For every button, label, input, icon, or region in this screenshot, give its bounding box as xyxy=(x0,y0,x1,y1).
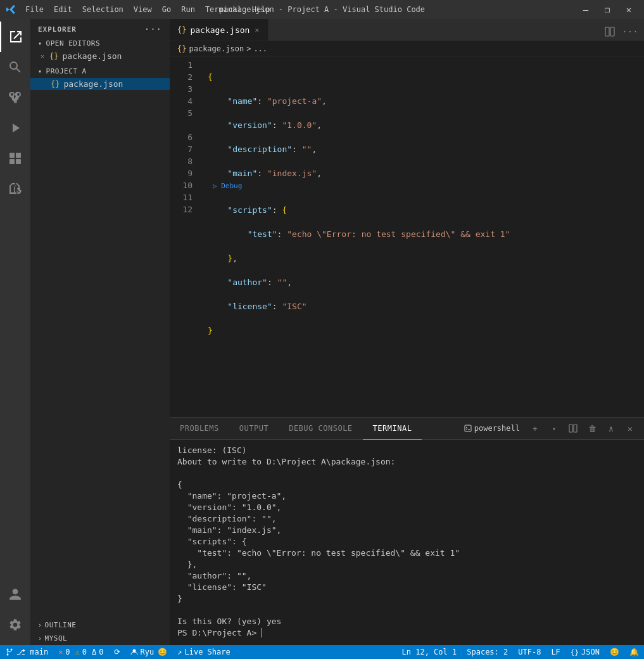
tab-debug-console[interactable]: Debug Console xyxy=(279,418,362,440)
mysql-section[interactable]: › MySQL xyxy=(30,632,170,645)
menu-file[interactable]: File xyxy=(20,3,49,16)
open-editor-package-json[interactable]: ✕ {} package.json xyxy=(30,50,170,62)
terminal-shell-label: powershell xyxy=(459,424,525,433)
status-position[interactable]: Ln 12, Col 1 xyxy=(397,645,462,659)
status-spaces[interactable]: Spaces: 2 xyxy=(462,645,513,659)
title-center: package.json - Project A - Visual Studio… xyxy=(219,5,425,14)
sidebar-title: Explorer ··· xyxy=(30,19,170,37)
file-icon: {} xyxy=(51,80,60,89)
kill-terminal-button[interactable]: 🗑 xyxy=(583,419,601,437)
tab-right-controls: ··· xyxy=(601,23,644,41)
project-chevron: ▾ xyxy=(38,68,42,75)
vscode-logo xyxy=(5,4,16,15)
main-container: Explorer ··· ▾ Open Editors ✕ {} package… xyxy=(0,19,644,645)
activity-remote-explorer[interactable] xyxy=(0,143,30,174)
status-notification[interactable]: 🔔 xyxy=(624,645,644,659)
maximize-button[interactable]: ❐ xyxy=(597,1,617,18)
status-feedback[interactable]: 😊 xyxy=(605,645,624,659)
svg-point-11 xyxy=(11,649,13,651)
terminal-panel: Problems Output Debug Console Terminal p… xyxy=(170,417,644,645)
terminal-content[interactable]: license: (ISC) About to write to D:\Proj… xyxy=(170,440,644,645)
breadcrumb-file[interactable]: package.json xyxy=(189,44,244,53)
activity-settings[interactable] xyxy=(0,610,30,640)
notification-icon: 🔔 xyxy=(629,648,639,656)
code-editor[interactable]: 1 2 3 4 5 6 7 8 9 10 11 12 { "name": "pr… xyxy=(170,56,644,417)
terminal-more-icon[interactable]: ▾ xyxy=(545,419,563,437)
add-terminal-button[interactable]: + xyxy=(526,419,544,437)
svg-point-10 xyxy=(7,654,9,656)
feedback-icon: 😊 xyxy=(610,648,619,656)
activity-extensions[interactable] xyxy=(0,174,30,204)
tab-file-icon: {} xyxy=(177,25,186,34)
status-sync[interactable]: ⟳ xyxy=(109,645,125,659)
close-button[interactable]: ✕ xyxy=(619,1,639,18)
editor-area: {} package.json ✕ ··· {} package.json > … xyxy=(170,19,644,645)
breadcrumb-section[interactable]: ... xyxy=(253,44,267,53)
status-live-share[interactable]: ↗ Live Share xyxy=(172,645,235,659)
warning-icon: ⚠ xyxy=(75,648,80,656)
project-a-section[interactable]: ▾ Project A xyxy=(30,65,170,78)
sync-icon: ⟳ xyxy=(114,648,120,656)
breadcrumb-file-icon: {} xyxy=(177,44,186,53)
more-actions-icon[interactable]: ··· xyxy=(621,23,639,41)
outline-chevron: › xyxy=(38,622,42,629)
tab-problems[interactable]: Problems xyxy=(170,418,229,440)
svg-rect-4 xyxy=(605,27,609,36)
status-bar: ⎇ main ✕ 0 ⚠ 0 Δ 0 ⟳ Ryu 😊 ↗ Live Share xyxy=(0,645,644,659)
live-share-icon: ↗ xyxy=(177,648,182,656)
split-terminal-button[interactable] xyxy=(564,419,582,437)
open-editors-section[interactable]: ▾ Open Editors xyxy=(30,37,170,50)
file-package-json[interactable]: {} package.json xyxy=(30,78,170,90)
tab-close-button[interactable]: ✕ xyxy=(253,25,260,35)
status-errors-warnings[interactable]: ✕ 0 ⚠ 0 Δ 0 xyxy=(53,645,108,659)
title-bar-right: — ❐ ✕ xyxy=(576,1,639,18)
sidebar-more-icon[interactable]: ··· xyxy=(144,24,162,34)
close-panel-button[interactable]: ✕ xyxy=(621,419,639,437)
split-editor-icon[interactable] xyxy=(601,23,619,41)
open-editors-chevron: ▾ xyxy=(38,40,42,47)
breadcrumb: {} package.json > ... xyxy=(170,41,644,56)
breadcrumb-separator: > xyxy=(246,44,251,53)
error-icon: ✕ xyxy=(58,648,63,656)
close-icon[interactable]: ✕ xyxy=(41,53,44,60)
svg-rect-2 xyxy=(9,159,15,164)
svg-rect-0 xyxy=(9,153,15,158)
title-bar: File Edit Selection View Go Run Terminal… xyxy=(0,0,644,19)
status-line-ending[interactable]: LF xyxy=(546,645,565,659)
menu-run[interactable]: Run xyxy=(176,3,200,16)
activity-search[interactable] xyxy=(0,52,30,82)
status-encoding[interactable]: UTF-8 xyxy=(513,645,546,659)
svg-point-9 xyxy=(7,649,9,651)
svg-rect-5 xyxy=(610,27,614,36)
file-icon: {} xyxy=(49,52,58,61)
activity-explorer[interactable] xyxy=(0,22,30,52)
sidebar: Explorer ··· ▾ Open Editors ✕ {} package… xyxy=(30,19,170,645)
menu-edit[interactable]: Edit xyxy=(49,3,77,16)
terminal-tab-right: powershell + ▾ 🗑 ∧ ✕ xyxy=(459,419,644,437)
tab-bar: {} package.json ✕ ··· xyxy=(170,19,644,41)
code-content[interactable]: { "name": "project-a", "version": "1.0.0… xyxy=(200,56,606,417)
status-user[interactable]: Ryu 😊 xyxy=(125,645,173,659)
status-language[interactable]: {} JSON xyxy=(565,645,605,659)
status-git-branch[interactable]: ⎇ main xyxy=(0,645,53,659)
mysql-chevron: › xyxy=(38,635,42,642)
activity-run-debug[interactable] xyxy=(0,113,30,143)
activity-source-control[interactable] xyxy=(0,82,30,113)
activity-bottom xyxy=(0,579,30,645)
menu-view[interactable]: View xyxy=(129,3,157,16)
menu-selection[interactable]: Selection xyxy=(77,3,129,16)
svg-rect-6 xyxy=(465,425,471,432)
svg-rect-7 xyxy=(569,425,572,432)
svg-rect-8 xyxy=(574,425,577,432)
minimap xyxy=(606,56,644,417)
menu-go[interactable]: Go xyxy=(157,3,176,16)
tab-terminal[interactable]: Terminal xyxy=(363,418,422,440)
outline-section[interactable]: › Outline xyxy=(30,618,170,632)
tab-package-json[interactable]: {} package.json ✕ xyxy=(170,19,268,41)
line-numbers: 1 2 3 4 5 6 7 8 9 10 11 12 xyxy=(170,56,200,417)
minimize-button[interactable]: — xyxy=(576,1,596,18)
activity-account[interactable] xyxy=(0,579,30,610)
tab-output[interactable]: Output xyxy=(229,418,279,440)
maximize-panel-button[interactable]: ∧ xyxy=(602,419,620,437)
terminal-tab-bar: Problems Output Debug Console Terminal p… xyxy=(170,418,644,440)
